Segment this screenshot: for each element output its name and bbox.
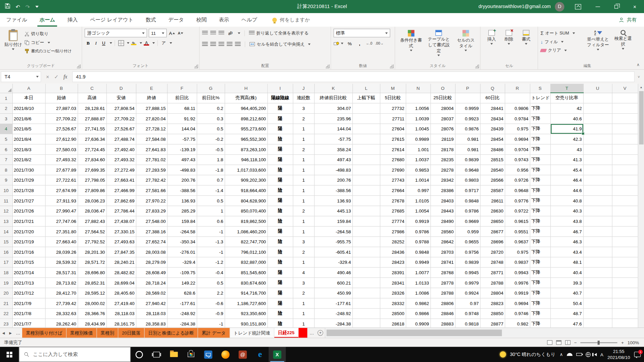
cell-U22[interactable]: [583, 308, 612, 319]
cell-I15[interactable]: 陰: [267, 236, 293, 247]
font-dialog-launcher[interactable]: [194, 64, 198, 68]
cell-B10[interactable]: 27,674.99: [45, 185, 78, 195]
cell-E15[interactable]: 27,652.74: [136, 236, 167, 247]
cell-V21[interactable]: [612, 298, 638, 308]
cell-C3[interactable]: 27,888.87: [77, 113, 106, 124]
phonetic-guide-button[interactable]: ア: [160, 40, 167, 47]
cell-N12[interactable]: 1.0054: [406, 205, 430, 216]
align-middle-icon[interactable]: [210, 31, 216, 36]
cell-B17[interactable]: 28,539.32: [45, 257, 78, 267]
cell-O3[interactable]: 28037: [430, 113, 455, 124]
cell-U16[interactable]: [583, 247, 612, 257]
cell-V18[interactable]: [612, 267, 638, 278]
zoom-in-icon[interactable]: +: [621, 340, 624, 345]
close-button[interactable]: ×: [626, 0, 644, 13]
cell-U3[interactable]: [583, 113, 612, 124]
cell-M8[interactable]: 27690: [380, 165, 406, 175]
cell-U15[interactable]: [583, 236, 612, 247]
cell-E8[interactable]: 27,283.59: [136, 165, 167, 175]
row-header-3[interactable]: 3: [0, 113, 12, 124]
cell-T22[interactable]: 48.7: [550, 308, 583, 319]
cell-D6[interactable]: 27,492.40: [106, 144, 136, 155]
cell-C4[interactable]: 27,741.55: [77, 124, 106, 134]
decrease-decimal-button[interactable]: .00→: [375, 41, 384, 45]
cell-G19[interactable]: 0.5: [197, 278, 225, 288]
cell-C8[interactable]: 27,699.35: [77, 165, 106, 175]
sheet-tab-red[interactable]: [299, 328, 308, 338]
cell-H20[interactable]: 914,716,700: [225, 288, 267, 298]
cell-G20[interactable]: 2.2: [197, 288, 225, 298]
number-format-combo[interactable]: 標準: [333, 29, 390, 38]
cell-B12[interactable]: 27,990.47: [45, 205, 78, 216]
row-header-8[interactable]: 8: [0, 165, 12, 175]
cell-Q16[interactable]: 28720: [480, 247, 504, 257]
alignment-dialog-launcher[interactable]: [326, 64, 329, 68]
borders-button[interactable]: [117, 40, 124, 47]
cell-L6[interactable]: [353, 144, 380, 155]
cell-L5[interactable]: [353, 134, 380, 144]
ribbon-tab-挿入[interactable]: 挿入: [61, 13, 84, 26]
cell-G13[interactable]: 0.6: [197, 216, 225, 226]
cell-P11[interactable]: 0.9848: [455, 195, 480, 206]
store-button[interactable]: [182, 347, 200, 362]
cell-C14[interactable]: 27,564.52: [77, 226, 106, 237]
cell-T6[interactable]: 43: [550, 144, 583, 155]
column-header-C[interactable]: C: [77, 84, 106, 93]
cell-O19[interactable]: 28778: [430, 278, 455, 288]
cell-M11[interactable]: 27678: [380, 195, 406, 206]
cell-Q15[interactable]: 28696: [480, 236, 504, 247]
cell-K17[interactable]: -329.4: [314, 257, 353, 267]
cell-A10[interactable]: 2021/7/28: [12, 185, 45, 195]
cell-R13[interactable]: 0.9615: [505, 216, 530, 226]
cell-I17[interactable]: 陰: [267, 257, 293, 267]
cell-I1[interactable]: 陽線陰線: [267, 93, 293, 103]
cell-I2[interactable]: 陽: [267, 103, 293, 113]
cell-P9[interactable]: 0.9803: [455, 175, 480, 185]
cell-R11[interactable]: 0.9776: [505, 195, 530, 206]
decrease-font-button[interactable]: A: [177, 29, 184, 37]
cell-N16[interactable]: 0.9848: [406, 247, 430, 257]
cell-T14[interactable]: 46.7: [550, 226, 583, 237]
cell-N5[interactable]: 0.9989: [406, 134, 430, 144]
sheet-tab-累計 データ[interactable]: 累計 データ: [198, 328, 230, 338]
cell-Q4[interactable]: 28439: [480, 124, 504, 134]
cell-D21[interactable]: 27,419.40: [106, 298, 136, 308]
cell-P19[interactable]: 0.9979: [455, 278, 480, 288]
cell-U13[interactable]: [583, 216, 612, 226]
cell-L4[interactable]: [353, 124, 380, 134]
column-header-A[interactable]: A: [12, 84, 45, 93]
cell-M14[interactable]: 27986: [380, 226, 406, 237]
cell-R9[interactable]: 0.9726: [505, 175, 530, 185]
cell-F15[interactable]: -350.34: [167, 236, 197, 247]
sheet-tab-日経225[interactable]: 日経225: [274, 328, 299, 338]
cell-T15[interactable]: 46.3: [550, 236, 583, 247]
cell-N2[interactable]: 1.0056: [406, 103, 430, 113]
cell-P7[interactable]: 0.9839: [455, 154, 480, 165]
cell-P21[interactable]: 0.97: [455, 298, 480, 308]
bold-button[interactable]: B: [85, 40, 92, 47]
column-header-U[interactable]: U: [583, 84, 612, 93]
column-header-I[interactable]: I: [267, 84, 293, 93]
tray-chevron-icon[interactable]: ∧: [559, 352, 563, 357]
cell-R4[interactable]: 0.975: [505, 124, 530, 134]
cell-S22[interactable]: 下降: [530, 308, 550, 319]
cell-C13[interactable]: 27,882.43: [77, 216, 106, 226]
underline-button[interactable]: U: [100, 40, 107, 47]
cell-D20[interactable]: 28,405.60: [106, 288, 136, 298]
cell-Q19[interactable]: 28788: [480, 278, 504, 288]
network-icon[interactable]: [586, 352, 591, 357]
delete-cells-button[interactable]: 削除: [500, 29, 517, 46]
cell-F17[interactable]: -329.4: [167, 257, 197, 267]
cell-A4[interactable]: 2021/8/5: [12, 124, 45, 134]
fill-button[interactable]: ↓ フィル: [540, 37, 585, 46]
cell-Q2[interactable]: 28441: [480, 103, 504, 113]
cell-T5[interactable]: 42.3: [550, 134, 583, 144]
fill-color-button[interactable]: [130, 40, 137, 47]
align-bottom-icon[interactable]: [218, 31, 224, 36]
cell-S12[interactable]: 下降: [530, 205, 550, 216]
cell-V19[interactable]: [612, 278, 638, 288]
cell-I22[interactable]: 陰: [267, 308, 293, 319]
cell-I14[interactable]: 陽: [267, 226, 293, 237]
cell-J19[interactable]: 3: [293, 278, 314, 288]
cell-G8[interactable]: -1.8: [197, 165, 225, 175]
